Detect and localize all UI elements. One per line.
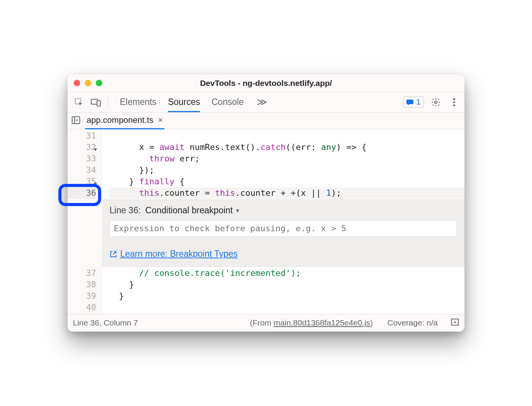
issues-count: 1 <box>416 98 421 106</box>
code-line[interactable]: } <box>109 279 464 290</box>
chevron-down-icon: ▼ <box>235 208 240 214</box>
source-map-info: (From main.80d1368fa125e4e0.js) <box>250 318 373 327</box>
code-content[interactable]: x = await numRes.text().catch((err: any)… <box>102 129 464 200</box>
line-number[interactable]: 33 <box>68 153 96 164</box>
line-36-gutter-highlight <box>58 184 101 206</box>
tab-console[interactable]: Console <box>211 95 243 110</box>
file-tab-name: app.component.ts <box>87 115 153 125</box>
status-bar: Line 36, Column 7 (From main.80d1368fa12… <box>68 314 464 332</box>
svg-point-5 <box>453 101 455 103</box>
code-line[interactable]: this.counter = this.counter + +(x || 1); <box>109 187 464 199</box>
code-editor-below[interactable]: 37383940 // console.trace('incremented')… <box>68 267 464 314</box>
tab-sources[interactable]: Sources <box>168 95 200 112</box>
breakpoint-header: Line 36: Conditional breakpoint ▼ <box>110 205 457 216</box>
code-line[interactable]: } finally { <box>109 176 464 187</box>
panel-tabs: Elements Sources Console ≫ <box>120 95 267 110</box>
code-line[interactable]: // console.trace('incremented'); <box>109 267 464 279</box>
titlebar[interactable]: DevTools - ng-devtools.netlify.app/ <box>68 74 464 92</box>
drawer-toggle-icon[interactable] <box>451 318 459 328</box>
coverage-info: Coverage: n/a <box>387 318 438 327</box>
code-line[interactable]: throw err; <box>109 153 464 164</box>
settings-icon[interactable] <box>429 96 442 109</box>
external-link-icon <box>110 250 117 258</box>
line-number[interactable]: 38 <box>68 279 96 290</box>
close-window-button[interactable] <box>74 80 80 86</box>
line-number[interactable]: 32▼ <box>68 142 96 153</box>
svg-rect-7 <box>72 117 80 124</box>
tab-elements[interactable]: Elements <box>120 95 156 110</box>
main-toolbar: Elements Sources Console ≫ 1 <box>68 92 464 113</box>
breakpoint-condition-input[interactable] <box>110 220 457 237</box>
source-map-link[interactable]: main.80d1368fa125e4e0.js <box>274 318 370 327</box>
line-number[interactable]: 31 <box>68 130 96 142</box>
device-toolbar-icon[interactable] <box>88 95 103 110</box>
file-tab-bar: app.component.ts × <box>68 113 464 129</box>
code-content-below[interactable]: // console.trace('incremented'); } } <box>102 267 464 314</box>
close-file-tab-icon[interactable]: × <box>158 115 163 125</box>
more-options-icon[interactable] <box>448 96 461 109</box>
code-line[interactable] <box>109 302 464 313</box>
devtools-window: DevTools - ng-devtools.netlify.app/ Elem… <box>68 74 464 332</box>
breakpoint-type-dropdown[interactable]: Conditional breakpoint ▼ <box>145 205 240 216</box>
line-number[interactable]: 39 <box>68 290 96 302</box>
code-line[interactable]: x = await numRes.text().catch((err: any)… <box>109 142 464 153</box>
line-number[interactable]: 34 <box>68 164 96 176</box>
learn-more-link[interactable]: Learn more: Breakpoint Types <box>110 249 238 259</box>
learn-more-text: Learn more: Breakpoint Types <box>120 249 238 259</box>
line-number[interactable]: 37 <box>68 267 96 279</box>
navigator-toggle-icon[interactable] <box>71 116 81 126</box>
more-tabs-button[interactable]: ≫ <box>257 96 267 108</box>
line-number-gutter-below[interactable]: 37383940 <box>68 267 102 314</box>
code-line[interactable]: }); <box>109 164 464 176</box>
window-controls <box>74 80 102 86</box>
toolbar-right: 1 <box>403 96 461 109</box>
svg-point-4 <box>453 98 455 100</box>
maximize-window-button[interactable] <box>96 80 102 86</box>
svg-point-3 <box>435 101 437 104</box>
inspect-element-icon[interactable] <box>71 95 87 110</box>
svg-point-6 <box>453 104 455 106</box>
code-line[interactable]: } <box>109 290 464 302</box>
code-editor[interactable]: 3132▼333435▼36 x = await numRes.text().c… <box>68 129 464 200</box>
breakpoint-line-label: Line 36: <box>110 205 141 216</box>
minimize-window-button[interactable] <box>85 80 91 86</box>
svg-rect-2 <box>97 101 100 106</box>
cursor-position: Line 36, Column 7 <box>73 318 138 327</box>
toolbar-divider <box>108 97 108 108</box>
issues-badge[interactable]: 1 <box>403 97 424 108</box>
file-tab-active[interactable]: app.component.ts × <box>85 113 164 129</box>
window-title: DevTools - ng-devtools.netlify.app/ <box>68 79 464 88</box>
breakpoint-type-label: Conditional breakpoint <box>145 205 233 216</box>
line-number[interactable]: 40 <box>68 302 96 313</box>
code-line[interactable] <box>109 130 464 142</box>
breakpoint-editor-panel: Line 36: Conditional breakpoint ▼ Learn … <box>102 200 464 267</box>
